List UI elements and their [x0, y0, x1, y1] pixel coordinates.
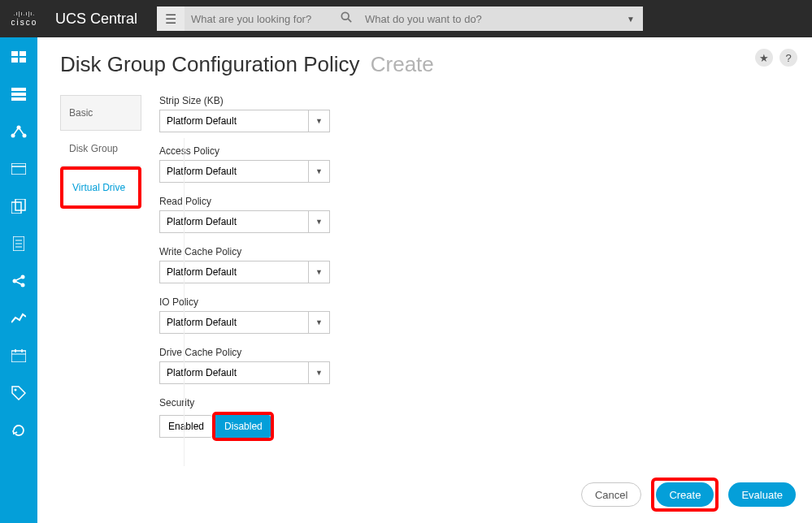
- svg-rect-16: [11, 202, 21, 214]
- help-icon[interactable]: ?: [779, 49, 797, 67]
- calendar-icon[interactable]: [9, 346, 28, 365]
- divider: [184, 138, 185, 466]
- svg-rect-6: [11, 88, 26, 91]
- search-icon[interactable]: [334, 11, 358, 26]
- svg-rect-17: [15, 199, 25, 210]
- field-access-policy: Access Policy Platform Default ▼: [159, 145, 789, 183]
- svg-rect-4: [11, 58, 18, 63]
- page-mode: Create: [371, 52, 434, 76]
- create-button[interactable]: Create: [656, 482, 714, 507]
- field-read-policy: Read Policy Platform Default ▼: [159, 196, 789, 233]
- tag-icon[interactable]: [9, 383, 28, 403]
- dropdown-read-policy[interactable]: Platform Default ▼: [159, 210, 330, 233]
- cisco-logo: .ı|ı.ı|ı. cisco: [0, 11, 49, 27]
- action-search[interactable]: ▼: [358, 6, 643, 31]
- svg-line-25: [16, 278, 21, 280]
- svg-rect-8: [11, 97, 26, 101]
- network-icon[interactable]: [9, 122, 28, 141]
- svg-rect-27: [11, 351, 26, 362]
- servers-icon[interactable]: [9, 84, 28, 104]
- evaluate-button[interactable]: Evaluate: [728, 482, 796, 507]
- side-tabs: Basic Disk Group Virtual Drive: [60, 95, 141, 454]
- field-io-policy: IO Policy Platform Default ▼: [159, 296, 789, 334]
- search-input[interactable]: [185, 6, 334, 31]
- highlight-security-disabled: Disabled: [212, 412, 274, 441]
- copy-icon[interactable]: [9, 197, 28, 216]
- dashboard-icon[interactable]: [9, 47, 28, 67]
- svg-point-22: [13, 279, 17, 283]
- svg-line-26: [16, 282, 21, 284]
- svg-rect-7: [11, 93, 26, 96]
- page-title: Disk Group Configuration Policy Create: [60, 52, 789, 77]
- hamburger-icon[interactable]: ☰: [157, 6, 185, 31]
- label-read-policy: Read Policy: [159, 196, 789, 207]
- label-security: Security: [159, 397, 789, 408]
- main-content: ★ ? Disk Group Configuration Policy Crea…: [37, 37, 812, 523]
- highlight-virtual-drive: Virtual Drive: [60, 166, 141, 209]
- app-title: UCS Central: [55, 11, 137, 28]
- chevron-down-icon: ▼: [308, 262, 329, 283]
- label-strip-size: Strip Size (KB): [159, 95, 789, 106]
- segmented-security: Enabled: [159, 415, 212, 438]
- chevron-down-icon: ▼: [308, 110, 329, 132]
- dropdown-io-policy[interactable]: Platform Default ▼: [159, 311, 330, 334]
- label-drive-cache: Drive Cache Policy: [159, 347, 789, 358]
- footer-actions: Cancel Create Evaluate: [581, 478, 796, 512]
- svg-line-1: [348, 19, 351, 22]
- svg-point-23: [21, 275, 25, 279]
- chevron-down-icon[interactable]: ▼: [619, 6, 643, 31]
- chevron-down-icon: ▼: [308, 312, 329, 333]
- global-search[interactable]: ☰: [157, 6, 358, 31]
- field-security: Security Enabled Disabled: [159, 397, 789, 441]
- security-disabled[interactable]: Disabled: [215, 415, 271, 438]
- svg-point-31: [15, 389, 17, 391]
- svg-point-24: [21, 283, 25, 287]
- label-write-cache: Write Cache Policy: [159, 246, 789, 257]
- field-write-cache: Write Cache Policy Platform Default ▼: [159, 246, 789, 283]
- svg-rect-2: [11, 51, 18, 56]
- dropdown-strip-size[interactable]: Platform Default ▼: [159, 110, 330, 132]
- label-io-policy: IO Policy: [159, 296, 789, 308]
- stats-icon[interactable]: [9, 309, 28, 328]
- dropdown-access-policy[interactable]: Platform Default ▼: [159, 160, 330, 183]
- label-access-policy: Access Policy: [159, 145, 789, 157]
- svg-point-0: [341, 12, 349, 19]
- nav-rail: [0, 37, 37, 523]
- top-bar: .ı|ı.ı|ı. cisco UCS Central ☰ ▼: [0, 0, 812, 37]
- field-drive-cache: Drive Cache Policy Platform Default ▼: [159, 347, 789, 384]
- tab-disk-group[interactable]: Disk Group: [60, 131, 141, 166]
- share-icon[interactable]: [9, 271, 28, 291]
- svg-line-13: [19, 128, 24, 136]
- cancel-button[interactable]: Cancel: [581, 482, 641, 507]
- dropdown-drive-cache[interactable]: Platform Default ▼: [159, 361, 330, 384]
- chevron-down-icon: ▼: [308, 161, 329, 182]
- tab-basic[interactable]: Basic: [60, 95, 141, 131]
- svg-rect-3: [20, 51, 26, 56]
- favorite-icon[interactable]: ★: [755, 49, 773, 67]
- form: Strip Size (KB) Platform Default ▼ Acces…: [159, 95, 789, 454]
- field-strip-size: Strip Size (KB) Platform Default ▼: [159, 95, 789, 132]
- svg-rect-5: [20, 58, 26, 63]
- action-input[interactable]: [358, 6, 619, 31]
- chevron-down-icon: ▼: [308, 211, 329, 232]
- security-enabled[interactable]: Enabled: [159, 415, 212, 438]
- window-icon[interactable]: [9, 159, 28, 179]
- tab-virtual-drive[interactable]: Virtual Drive: [63, 170, 138, 205]
- page-title-text: Disk Group Configuration Policy: [60, 52, 360, 76]
- svg-line-12: [13, 128, 19, 136]
- doc-icon[interactable]: [9, 234, 28, 253]
- dropdown-write-cache[interactable]: Platform Default ▼: [159, 261, 330, 283]
- refresh-icon[interactable]: [9, 421, 28, 440]
- chevron-down-icon: ▼: [308, 362, 329, 383]
- svg-rect-14: [11, 163, 26, 175]
- highlight-create: Create: [651, 478, 719, 512]
